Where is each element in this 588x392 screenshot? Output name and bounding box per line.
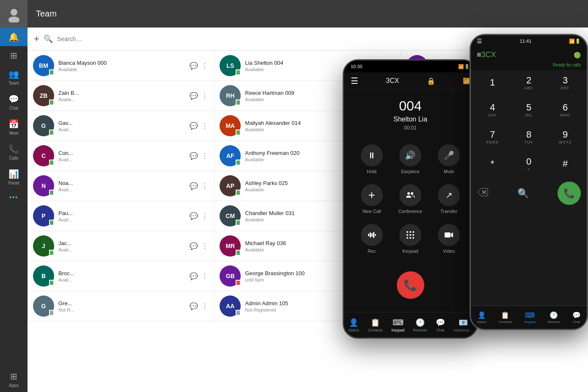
keypad-key-*[interactable]: * [475,151,510,177]
avatar-wrap: BM [33,55,54,76]
chat-action-button[interactable]: 💬 [189,241,199,251]
phone1-conference[interactable]: Conference [391,179,429,219]
sidebar-item-calls-label: Calls [9,156,18,160]
more-action-button[interactable]: ⋮ [201,271,209,281]
sidebar-item-chat[interactable]: 💬 Chat [0,90,27,115]
phone2-keypad: 12ABC3DEF4GHI5JKL6MNO7PQRS8TUV9WXYZ*0+# [471,70,587,177]
chat-action-button[interactable]: 💬 [189,271,199,281]
sidebar-item-windows[interactable]: ⊞ [0,46,27,65]
phone2-signal: 📶🔋 [569,39,581,44]
phone1-new-call[interactable]: + New Call [352,179,391,219]
phone2-nav-recents[interactable]: 🕐 Recents [548,311,560,324]
keypad-key-1[interactable]: 1 [475,70,510,95]
phone1-nav-status[interactable]: 👤 Status [348,318,359,332]
key-number: 1 [490,77,495,88]
phone1-nav-chat[interactable]: 💬 Chat [436,318,445,332]
phone1-earpiece[interactable]: 🔊 Earpiece [391,139,429,179]
add-button[interactable]: + [34,34,39,44]
chat-action-button[interactable]: 💬 [189,211,199,221]
phone1-rec[interactable]: Rec [352,219,391,259]
phone2-search-icon[interactable]: 🔍 [517,188,529,199]
key-number: 4 [490,102,495,113]
more-action-button[interactable]: ⋮ [201,211,209,221]
phone1-hold[interactable]: ⏸ Hold [352,139,391,179]
more-action-button[interactable]: ⋮ [201,241,209,251]
sidebar-item-meet[interactable]: 📅 Meet [0,115,27,140]
avatar-wrap: N [33,175,54,196]
svg-point-12 [407,234,408,236]
chat-action-button[interactable]: 💬 [189,151,199,161]
avatar-wrap: AP [220,175,241,196]
phone2-nav-status[interactable]: 👤 Status [477,311,486,324]
contact-item[interactable]: G Gav... Avail... 💬 ⋮ [28,111,214,141]
end-call-button[interactable]: 📞 [397,271,424,299]
keypad-key-6[interactable]: 6MNO [548,97,583,122]
hold-label: Hold [367,169,376,174]
avatar-initials: RH [226,92,234,99]
more-action-button[interactable]: ⋮ [201,121,209,131]
user-avatar[interactable] [0,0,27,28]
phone2-call-button[interactable]: 📞 [558,182,581,205]
sidebar-item-more[interactable]: ••• [0,190,27,205]
contact-info: Con... Avail... [58,150,184,162]
keypad-key-3[interactable]: 3DEF [548,70,583,95]
more-action-button[interactable]: ⋮ [201,151,209,161]
chat-action-button[interactable]: 💬 [189,91,199,101]
contact-item[interactable]: B Broc... Avail... 💬 ⋮ [28,261,214,291]
contact-item[interactable]: G Gre... Not R... 💬 ⋮ [28,291,214,321]
chat-action-button[interactable]: 💬 [189,181,199,191]
phone2-nav-contacts[interactable]: 📋 Contacts [499,311,512,324]
avatar-initials: G [41,122,46,129]
phone2-nav-keypad[interactable]: ⌨ Keypad [524,311,536,324]
phone2-nav-chat[interactable]: 💬 Chat [572,311,581,324]
keypad-key-5[interactable]: 5JKL [511,97,546,122]
phone1-nav-recents[interactable]: 🕐 Recents [413,318,427,332]
sidebar-item-notifications[interactable]: 🔔 [0,28,27,46]
chat-action-button[interactable]: 💬 [189,301,199,311]
phone2-backspace-button[interactable] [477,188,489,199]
keypad-key-8[interactable]: 8TUV [511,124,546,149]
contact-item[interactable]: C Con... Avail... 💬 ⋮ [28,141,214,171]
phone1-video[interactable]: Video [430,219,468,259]
keypad-key-7[interactable]: 7PQRS [475,124,510,149]
sidebar-item-apps[interactable]: ⊞ Apps [0,367,27,392]
keypad-key-4[interactable]: 4GHI [475,97,510,122]
phone1-lock-icon: 🔒 [427,77,435,85]
keypad-key-#[interactable]: # [548,151,583,177]
phone1-mute[interactable]: 🎤 Mute [430,139,468,179]
phone1-keypad[interactable]: Keypad [391,219,429,259]
key-number: 5 [526,102,531,113]
svg-rect-18 [445,232,451,237]
avatar-wrap: P [33,205,54,226]
more-action-button[interactable]: ⋮ [201,181,209,191]
contact-item[interactable]: J Jac... Avail... 💬 ⋮ [28,231,214,261]
keypad-row: 4GHI5JKL6MNO [475,97,583,122]
phone1-nav-keypad[interactable]: ⌨ Keypad [391,318,404,332]
sidebar-item-team[interactable]: 👥 Team [0,65,27,90]
more-action-button[interactable]: ⋮ [201,301,209,311]
phone2-nav-status-label: Status [477,320,486,324]
contact-item[interactable]: BM Bianca Mayson 000 Available 💬 ⋮ [28,51,214,81]
phone1-transfer[interactable]: ↗ Transfer [430,179,468,219]
more-action-button[interactable]: ⋮ [201,91,209,101]
keypad-key-9[interactable]: 9WXYZ [548,124,583,149]
phone1-menu-icon[interactable]: ☰ [351,76,358,86]
sidebar-item-panel[interactable]: 📊 Panel [0,165,27,190]
phone1-nav-contacts[interactable]: 📋 Contacts [368,318,383,332]
contact-item[interactable]: ZB Zain B... Availa... 💬 ⋮ [28,81,214,111]
svg-point-13 [409,234,411,236]
chat-action-button[interactable]: 💬 [189,121,199,131]
status-indicator [49,250,54,256]
phone1-nav-voicemail[interactable]: 📧 Voicemai... [454,318,473,332]
keypad-key-2[interactable]: 2ABC [511,70,546,95]
contact-item[interactable]: N Noa... Avail... 💬 ⋮ [28,171,214,201]
contact-item[interactable]: P Pau... Avail... 💬 ⋮ [28,201,214,231]
keypad-key-0[interactable]: 0+ [511,151,546,177]
more-action-button[interactable]: ⋮ [201,61,209,71]
sidebar-item-calls[interactable]: 📞 Calls [0,140,27,165]
sidebar: 🔔 ⊞ 👥 Team 💬 Chat 📅 Meet 📞 Calls 📊 Panel… [0,0,27,392]
key-number: 9 [563,129,568,140]
phone2-bottom-nav: 👤 Status 📋 Contacts ⌨ Keypad 🕐 Recents 💬… [471,306,587,329]
chat-action-button[interactable]: 💬 [189,61,199,71]
phone2-nav-keypad-label: Keypad [524,320,536,324]
